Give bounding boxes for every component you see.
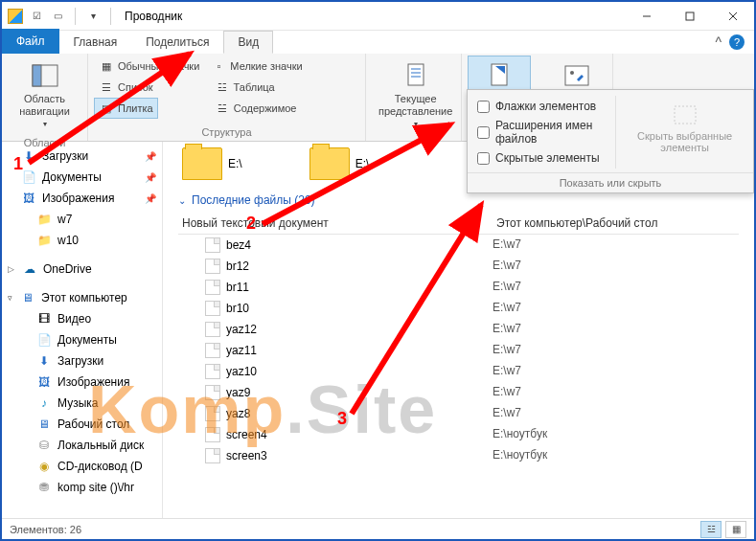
annotation-2: 2 — [246, 214, 256, 234]
col-path: Этот компьютер\Рабочий стол — [496, 216, 657, 230]
pictures-icon: 🖼 — [21, 191, 36, 206]
main-panel[interactable]: E:\ E:\ ⌄ Последние файлы (20) Новый тек… — [163, 142, 754, 518]
navigation-pane-icon — [30, 60, 60, 91]
list-item[interactable]: screen3E:\ноутбук — [178, 445, 739, 466]
col-name: Новый текстовый документ — [182, 216, 496, 230]
minimize-button[interactable] — [625, 3, 668, 30]
app-icon — [8, 9, 23, 24]
folder-icon: 📁 — [36, 233, 52, 248]
tiles-icon: ▤ — [99, 101, 114, 116]
svg-rect-5 — [33, 65, 41, 86]
qa-dropdown-icon[interactable]: ▾ — [85, 9, 101, 24]
downloads-icon: ⬇ — [21, 148, 36, 164]
list-item[interactable]: br11E:\w7 — [178, 277, 739, 298]
list-item[interactable]: yaz11E:\w7 — [178, 340, 739, 361]
layout-list[interactable]: ☰Список — [94, 77, 158, 98]
current-view-button[interactable]: Текущее представление ▾ — [372, 56, 459, 134]
file-icon — [205, 259, 220, 274]
nav-w10[interactable]: 📁w10 — [2, 230, 162, 251]
medium-icons-icon: ▦ — [99, 58, 114, 74]
tab-file[interactable]: Файл — [2, 29, 59, 54]
documents-icon: 📄 — [21, 169, 36, 185]
annotation-1: 1 — [13, 154, 23, 174]
check-item-checkboxes[interactable]: Флажки элементов — [477, 100, 606, 113]
file-icon — [205, 280, 220, 295]
layout-tiles[interactable]: ▤Плитка — [94, 98, 158, 119]
navigation-pane-button[interactable]: Область навигации ▾ — [8, 56, 81, 134]
content-area: Komp.Site ⬇Загрузки📌 📄Документы📌 🖼Изобра… — [2, 142, 754, 518]
view-large-button[interactable]: ▦ — [725, 521, 746, 538]
frequent-folder[interactable]: E:\ — [182, 147, 242, 180]
dropdown-footer: Показать или скрыть — [468, 172, 753, 192]
nav-videos[interactable]: 🎞Видео — [2, 308, 162, 329]
svg-rect-11 — [565, 66, 588, 85]
ribbon-collapse-icon[interactable]: ^ — [715, 34, 722, 50]
content-icon: ☱ — [215, 101, 230, 116]
nav-pictures[interactable]: 🖼Изображения📌 — [2, 188, 162, 209]
current-view-icon — [401, 60, 431, 91]
view-details-button[interactable]: ☳ — [700, 521, 722, 538]
hide-selected-icon — [670, 100, 700, 130]
nav-downloads[interactable]: ⬇Загрузки📌 — [2, 146, 162, 167]
window-title: Проводник — [125, 10, 182, 23]
pc-icon: 🖥 — [20, 290, 35, 305]
navigation-pane[interactable]: ⬇Загрузки📌 📄Документы📌 🖼Изображения📌 📁w7… — [2, 142, 163, 518]
statusbar: Элементов: 26 ☳ ▦ — [2, 518, 754, 539]
check-file-extensions[interactable]: Расширения имен файлов — [477, 119, 606, 146]
svg-point-12 — [570, 71, 574, 75]
nav-cddrive[interactable]: ◉CD-дисковод (D — [2, 456, 162, 477]
folder-icon: 📁 — [36, 212, 52, 227]
explorer-window: ☑ ▭ ▾ Проводник Файл Главная Поделиться … — [0, 0, 756, 541]
layout-small-icons[interactable]: ▫Мелкие значки — [206, 56, 307, 77]
details-icon: ☳ — [215, 79, 230, 95]
file-icon — [205, 301, 220, 316]
pin-icon: 📌 — [145, 193, 156, 204]
options-icon — [561, 60, 592, 91]
tab-home[interactable]: Главная — [59, 31, 132, 54]
nav-documents2[interactable]: 📄Документы — [2, 329, 162, 350]
documents-icon: 📄 — [36, 332, 52, 348]
nav-w7[interactable]: 📁w7 — [2, 209, 162, 230]
show-hide-dropdown: Флажки элементов Расширения имен файлов … — [467, 89, 754, 193]
qa-properties-icon[interactable]: ▭ — [50, 9, 65, 24]
chevron-right-icon[interactable]: ▷ — [8, 264, 14, 274]
file-icon — [205, 322, 220, 337]
svg-rect-13 — [675, 106, 696, 124]
file-icon — [205, 448, 220, 463]
list-item[interactable]: br12E:\w7 — [178, 256, 739, 277]
maximize-button[interactable] — [668, 3, 711, 30]
nav-documents[interactable]: 📄Документы📌 — [2, 167, 162, 188]
chevron-down-icon: ⌄ — [178, 195, 186, 206]
folder-icon — [309, 147, 350, 180]
network-drive-icon: ⛃ — [36, 480, 52, 495]
titlebar: ☑ ▭ ▾ Проводник — [2, 2, 754, 31]
layout-table[interactable]: ☳Таблица — [210, 77, 280, 98]
folder-icon — [182, 147, 222, 180]
nav-onedrive[interactable]: ▷☁OneDrive — [2, 259, 162, 280]
list-item[interactable]: br10E:\w7 — [178, 298, 739, 319]
downloads-icon: ⬇ — [36, 353, 52, 369]
svg-rect-1 — [686, 12, 694, 20]
layout-content[interactable]: ☱Содержимое — [210, 98, 302, 119]
layout-normal-icons[interactable]: ▦Обычные значки — [94, 56, 204, 77]
ribbon-group-layout-label: Структура — [94, 124, 359, 141]
list-item[interactable]: bez4E:\w7 — [178, 235, 739, 256]
qa-checkbox-icon[interactable]: ☑ — [29, 9, 44, 24]
frequent-folder[interactable]: E:\ — [309, 147, 370, 180]
nav-kompsite[interactable]: ⛃komp site ()\/hr — [2, 477, 162, 498]
watermark: Komp.Site — [88, 372, 437, 448]
list-item[interactable]: yaz12E:\w7 — [178, 319, 739, 340]
close-button[interactable] — [711, 3, 754, 30]
nav-thispc[interactable]: ▿🖥Этот компьютер — [2, 287, 162, 308]
ribbon-tabs: Файл Главная Поделиться Вид ^ ? — [2, 31, 754, 54]
nav-downloads2[interactable]: ⬇Загрузки — [2, 350, 162, 372]
chevron-down-icon[interactable]: ▿ — [8, 293, 12, 303]
help-icon[interactable]: ? — [729, 34, 745, 50]
tab-view[interactable]: Вид — [223, 31, 273, 54]
onedrive-icon: ☁ — [22, 261, 37, 277]
check-hidden-items[interactable]: Скрытые элементы — [477, 151, 606, 165]
small-icons-icon: ▫ — [211, 58, 226, 74]
status-count: 26 — [70, 524, 81, 535]
tab-share[interactable]: Поделиться — [131, 31, 223, 54]
annotation-3: 3 — [337, 409, 347, 429]
